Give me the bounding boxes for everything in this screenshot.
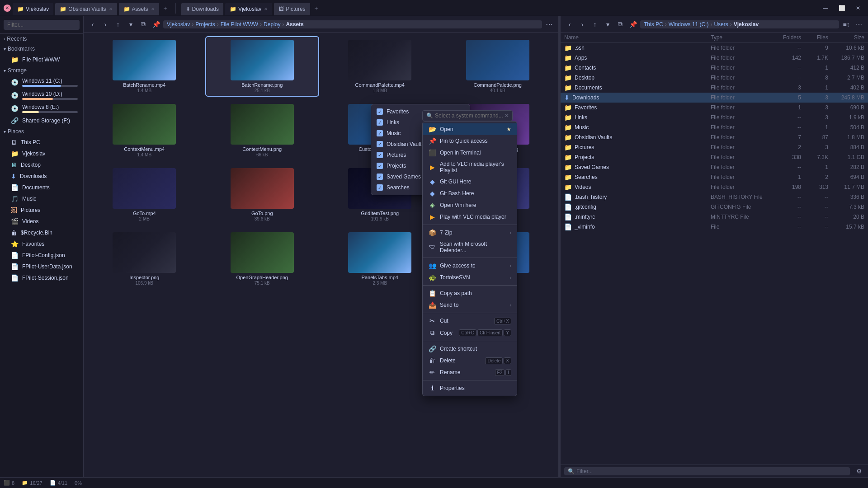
ctx-create-shortcut[interactable]: 🔗 Create shortcut (423, 343, 517, 355)
file-item[interactable]: GoTo.mp4 2 MB (87, 164, 202, 225)
list-item[interactable]: 📁Videos File folder 198 313 11.7 MB (561, 182, 868, 192)
list-item[interactable]: 📁Contacts File folder -- 1 412 B (561, 63, 868, 73)
list-item[interactable]: 📄.bash_history BASH_HISTORY File -- -- 3… (561, 192, 868, 202)
list-item[interactable]: 📁Music File folder -- 1 504 B (561, 122, 868, 132)
list-item[interactable]: 📁Apps File folder 142 1.7K 186.7 MB (561, 53, 868, 63)
ctx-send-to[interactable]: 📤 Send to › (423, 299, 517, 311)
sidebar-section-places[interactable]: ▾ Places (0, 127, 83, 136)
tab-obsidian-vaults[interactable]: 📁 Obsidian Vaults ✕ (55, 3, 117, 15)
ctx-git-gui[interactable]: ◆ Git GUI Here (423, 176, 517, 188)
tab-pictures[interactable]: 🖼 Pictures (274, 3, 310, 15)
file-item[interactable]: CommandPalette.png 40.1 kB (441, 36, 555, 97)
file-item[interactable]: BatchRename.mp4 1.4 MB (87, 36, 202, 97)
sidebar-item-windows11[interactable]: 💿 Windows 11 (C:) (2, 76, 81, 89)
right-breadcrumb[interactable]: This PC › Windows 11 (C:) › Users › Vjek… (640, 20, 839, 28)
tab-add-left[interactable]: ＋ (161, 4, 170, 13)
ctx-copy[interactable]: ⧉ Copy Ctrl+C Ctrl+Insert Y (423, 327, 517, 339)
right-nav-dropdown-button[interactable]: ▾ (602, 19, 613, 30)
right-sort-button[interactable]: ≡↕ (841, 19, 852, 30)
ctx-vlc-play[interactable]: ▶ Play with VLC media player (423, 211, 517, 223)
left-breadcrumb[interactable]: Vjekoslav › Projects › File Pilot WWW › … (163, 20, 542, 28)
close-button[interactable]: ✕ (852, 3, 864, 13)
sidebar-item-downloads[interactable]: ⬇ Downloads (2, 171, 81, 182)
up-button[interactable]: ↑ (113, 19, 123, 30)
col-name-header[interactable]: Name (564, 34, 711, 41)
sidebar-item-shared-storage[interactable]: 🔗 Shared Storage (F:) (2, 115, 81, 126)
minimize-button[interactable]: — (819, 3, 832, 13)
ctx-give-access[interactable]: 👥 Give access to › (423, 260, 517, 272)
breadcrumb-projects[interactable]: Projects (195, 21, 215, 28)
list-item[interactable]: 📁Searches File folder 1 2 694 B (561, 172, 868, 182)
file-item[interactable]: GoTo.png 39.6 kB (205, 164, 320, 225)
ctx-open-terminal[interactable]: ⬛ Open in Terminal (423, 147, 517, 159)
copy-path-button[interactable]: ⧉ (138, 19, 149, 30)
list-item[interactable]: 📁Pictures File folder 2 3 884 B (561, 142, 868, 152)
nav-dropdown-button[interactable]: ▾ (125, 19, 136, 30)
tab-add-right[interactable]: ＋ (312, 4, 321, 13)
ctx-vim[interactable]: ◈ Open Vim here (423, 199, 517, 211)
back-button[interactable]: ‹ (87, 19, 98, 30)
sidebar-item-fpilot-session[interactable]: 📄 FPilot-Session.json (2, 272, 81, 283)
list-item[interactable]: 📄_viminfo File -- -- 15.7 kB (561, 222, 868, 232)
sidebar-item-videos[interactable]: 🎬 Videos (2, 216, 81, 227)
col-type-header[interactable]: Type (711, 34, 765, 41)
right-pin-button[interactable]: 📌 (627, 19, 638, 30)
right-back-button[interactable]: ‹ (564, 19, 575, 30)
forward-button[interactable]: › (100, 19, 111, 30)
list-item[interactable]: 📄.minttyrc MINTTYRC File -- -- 20 B (561, 212, 868, 222)
file-item[interactable]: CommandPalette.mp4 1.8 MB (323, 36, 437, 97)
right-filter-input-container[interactable]: 🔍 Filter... (564, 467, 850, 475)
sidebar-item-pictures[interactable]: 🖼 Pictures (2, 205, 81, 216)
sidebar-item-documents[interactable]: 📄 Documents (2, 182, 81, 193)
sidebar-section-bookmarks[interactable]: ▾ Bookmarks (0, 44, 83, 54)
sidebar-section-storage[interactable]: ▾ Storage (0, 66, 83, 75)
pin-button[interactable]: 📌 (151, 19, 161, 30)
tab-vjekoslav2[interactable]: 📁 Vjekoslav ✕ (225, 3, 272, 15)
breadcrumb-win11[interactable]: Windows 11 (C:) (669, 21, 709, 28)
sidebar-item-music[interactable]: 🎵 Music (2, 193, 81, 204)
ctx-properties[interactable]: ℹ Properties (423, 382, 517, 394)
list-item[interactable]: 📄.gitconfig GITCONFIG File -- -- 7.3 kB (561, 202, 868, 212)
cmd-close-button[interactable]: ✕ (505, 113, 509, 119)
list-item[interactable]: 📁Obsidian Vaults File folder 7 87 1.8 MB (561, 132, 868, 142)
list-item[interactable]: 📁Favorites File folder 1 3 690 B (561, 103, 868, 113)
col-size-header[interactable]: Size (828, 34, 864, 41)
panel-more-button[interactable]: ⋯ (544, 19, 555, 30)
file-item[interactable]: ContextMenu.png 66 kB (205, 100, 320, 161)
sidebar-item-recycle-bin[interactable]: 🗑 $Recycle.Bin (2, 227, 81, 238)
sidebar-item-windows10[interactable]: 💿 Windows 10 (D:) (2, 89, 81, 102)
sidebar-item-vjekoslav[interactable]: 📁 Vjekoslav (2, 148, 81, 159)
file-item[interactable]: PanelsTabs.mp4 2.3 MB (323, 229, 437, 289)
breadcrumb-thispc[interactable]: This PC (644, 21, 663, 28)
file-item[interactable]: OpenGraphHeader.png 75.1 kB (205, 229, 320, 289)
sidebar-item-fpilot-config[interactable]: 📄 FPilot-Config.json (2, 250, 81, 261)
list-item[interactable]: 📁Saved Games File folder -- 1 282 B (561, 162, 868, 172)
tab-vjekoslav[interactable]: 📁 Vjekoslav (13, 3, 53, 15)
right-copy-path-button[interactable]: ⧉ (615, 19, 626, 30)
list-item-downloads[interactable]: ⬇Downloads File folder 5 3 245.8 MB (561, 93, 868, 103)
tab-close-obsidian[interactable]: ✕ (109, 7, 113, 11)
ctx-rename[interactable]: ✏ Rename F2 I (423, 366, 517, 378)
tab-close-vjekoslav2[interactable]: ✕ (264, 7, 268, 11)
breadcrumb-users[interactable]: Users (714, 21, 728, 28)
sidebar-search-input[interactable] (4, 20, 80, 30)
system-command-input[interactable] (435, 113, 503, 119)
file-item[interactable]: ContextMenu.mp4 1.4 MB (87, 100, 202, 161)
list-item[interactable]: 📁Links File folder -- 3 1.9 kB (561, 113, 868, 122)
list-item[interactable]: 📁.ssh File folder -- 9 10.6 kB (561, 43, 868, 53)
col-files-header[interactable]: Files (801, 34, 828, 41)
ctx-delete[interactable]: 🗑 Delete Delete X (423, 355, 517, 366)
list-item[interactable]: 📁Desktop File folder -- 8 2.7 MB (561, 73, 868, 83)
file-item[interactable]: BatchRename.png 25.1 kB (205, 36, 320, 97)
file-item[interactable]: Inspector.png 106.9 kB (87, 229, 202, 289)
tab-downloads[interactable]: ⬇ Downloads (181, 3, 223, 15)
right-up-button[interactable]: ↑ (590, 19, 600, 30)
right-more-button[interactable]: ⋯ (854, 19, 864, 30)
breadcrumb-filepilot[interactable]: File Pilot WWW (221, 21, 258, 28)
right-forward-button[interactable]: › (577, 19, 588, 30)
ctx-cut[interactable]: ✂ Cut Ctrl+X (423, 315, 517, 327)
sidebar-item-fpilot-userdata[interactable]: 📄 FPilot-UserData.json (2, 261, 81, 272)
ctx-vlc-playlist[interactable]: ▶ Add to VLC media player's Playlist (423, 159, 517, 176)
col-folders-header[interactable]: Folders (765, 34, 801, 41)
ctx-tortoisesvn[interactable]: 🐢 TortoiseSVN › (423, 272, 517, 283)
